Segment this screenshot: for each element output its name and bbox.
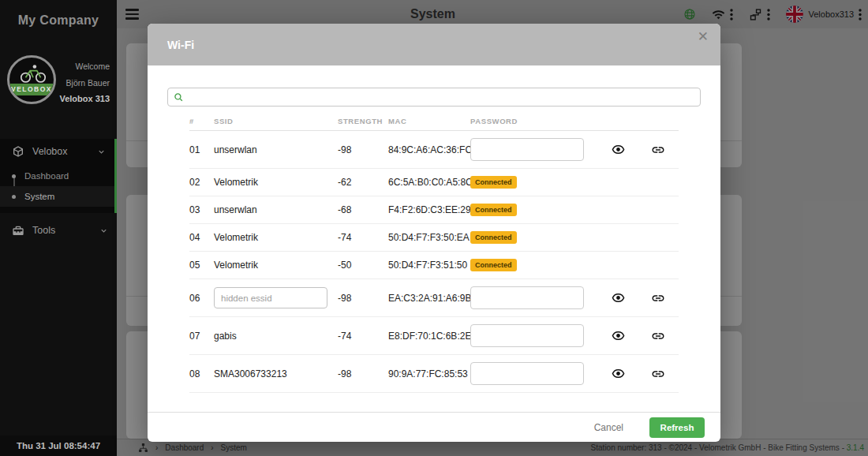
sidebar-item-system[interactable]: System [0,186,114,207]
row-eye-cell [598,291,638,305]
row-number: 08 [189,368,214,379]
sidebar-item-label: System [24,192,54,201]
row-password [470,286,598,309]
row-ssid: SMA3006733213 [214,368,338,379]
row-number: 02 [189,177,214,188]
search-icon [174,92,184,106]
row-password: Connected [470,176,598,189]
row-strength: -74 [338,331,388,342]
row-mac: E8:DF:70:1C:6B:2E [388,331,470,342]
connected-badge: Connected [470,176,517,189]
connected-badge: Connected [470,204,517,216]
connect-link-icon[interactable] [651,143,665,157]
modal-body: # SSID STRENGTH MAC PASSWORD 01unserwlan… [148,65,720,412]
refresh-button[interactable]: Refresh [649,417,705,438]
row-strength: -98 [338,368,388,379]
wifi-row: 02Velometrik-626C:5A:B0:C0:A5:8CConnecte… [189,169,679,196]
row-strength: -68 [338,204,388,215]
row-ssid: gabis [214,331,338,342]
password-input[interactable] [470,138,584,161]
password-input[interactable] [470,362,584,385]
nav-group-velobox: Velobox Dashboard System [0,139,117,213]
company-name: My Company [0,13,117,28]
cube-icon [12,145,25,158]
connect-link-icon[interactable] [651,367,665,381]
bicycle-icon [18,64,48,84]
table-header: # SSID STRENGTH MAC PASSWORD [189,112,679,131]
row-password: Connected [470,204,598,216]
welcome-text: Welcome [59,62,110,71]
row-password [470,138,598,161]
show-password-eye-icon[interactable] [612,329,625,342]
wifi-modal: Wi-Fi ✕ # SSID STRENGTH MAC PASSWORD 01u… [148,24,720,442]
sidebar-item-label: Velobox [32,146,67,157]
row-link-cell [638,329,679,343]
sidebar-item-label: Tools [32,225,55,236]
wifi-table: # SSID STRENGTH MAC PASSWORD 01unserwlan… [189,112,679,393]
password-input[interactable] [470,324,584,347]
sidebar-nav: Velobox Dashboard System [0,139,117,243]
row-number: 04 [189,232,214,243]
row-ssid: unserwlan [214,144,338,155]
sidebar-item-dashboard[interactable]: Dashboard [0,166,114,186]
row-mac: 90:9A:77:FC:85:53 [388,368,470,379]
chevron-down-icon [99,226,108,237]
ssid-input[interactable] [214,287,327,308]
show-password-eye-icon[interactable] [612,367,625,380]
modal-title: Wi-Fi [167,39,194,51]
row-strength: -62 [338,177,388,188]
modal-footer: Cancel Refresh [148,412,720,442]
wifi-row: 08SMA3006733213-9890:9A:77:FC:85:53 [189,355,679,393]
sidebar-item-tools[interactable]: Tools [0,218,117,243]
wifi-row: 05Velometrik-5050:D4:F7:F3:51:50Connecte… [189,252,679,279]
wifi-row: 01unserwlan-9884:9C:A6:AC:36:FC [189,131,679,169]
show-password-eye-icon[interactable] [612,291,625,305]
row-ssid: unserwlan [214,204,338,215]
row-number: 06 [189,293,214,304]
col-header-num: # [189,117,214,125]
row-number: 05 [189,260,214,271]
wifi-row: 04Velometrik-7450:D4:F7:F3:50:EAConnecte… [189,224,679,252]
row-password [470,362,598,385]
velobox-subnav: Dashboard System [0,164,114,210]
row-link-cell [638,291,679,305]
row-eye-cell [598,367,638,380]
velobox-logo: VELOBOX [7,55,56,104]
col-header-ssid: SSID [214,117,338,125]
toolbox-icon [12,224,25,237]
row-strength: -50 [338,260,388,271]
row-eye-cell [598,143,638,156]
row-mac: 6C:5A:B0:C0:A5:8C [388,177,470,188]
sidebar-item-label: Dashboard [24,171,69,181]
user-name: Björn Bauer [59,78,110,88]
sidebar-item-velobox[interactable]: Velobox [0,139,114,164]
cancel-button[interactable]: Cancel [594,422,623,433]
row-mac: 50:D4:F7:F3:50:EA [388,232,470,243]
close-icon[interactable]: ✕ [698,30,709,43]
password-input[interactable] [470,286,584,309]
col-header-mac: MAC [388,117,470,125]
row-ssid [214,287,338,308]
connected-badge: Connected [470,231,517,244]
row-ssid: Velometrik [214,177,338,188]
wifi-table-body: 01unserwlan-9884:9C:A6:AC:36:FC02Velomet… [189,131,679,393]
search-input[interactable] [167,88,701,107]
profile-section: VELOBOX Welcome Björn Bauer Velobox 313 [0,54,117,112]
row-strength: -74 [338,232,388,243]
row-link-cell [638,367,679,381]
row-password: Connected [470,259,598,271]
show-password-eye-icon[interactable] [612,143,625,156]
row-password [470,324,598,347]
bullet-icon [12,195,16,199]
chevron-down-icon [97,148,106,159]
logo-text: VELOBOX [7,84,56,95]
wifi-row: 03unserwlan-68F4:F2:6D:C3:EE:29Connected [189,196,679,224]
row-strength: -98 [338,144,388,155]
station-name: Velobox 313 [59,94,110,103]
connect-link-icon[interactable] [651,291,665,305]
col-header-strength: STRENGTH [338,117,388,125]
sidebar: My Company VELOBOX Welcome Björn Bauer V… [0,0,117,456]
row-mac: F4:F2:6D:C3:EE:29 [388,204,470,215]
row-password: Connected [470,231,598,244]
connect-link-icon[interactable] [651,329,665,343]
